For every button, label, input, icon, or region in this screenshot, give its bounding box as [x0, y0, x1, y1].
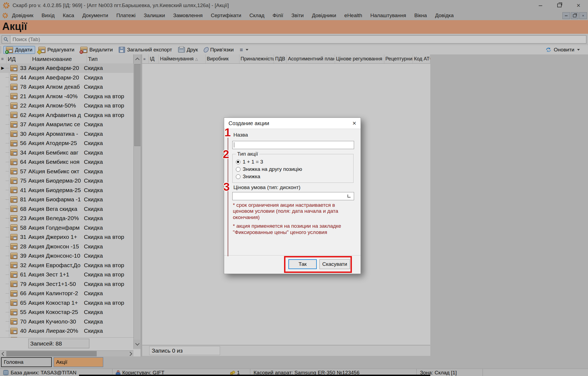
bindings-button[interactable]: Прив'язки — [201, 46, 236, 54]
scrollbar-thumb[interactable] — [6, 351, 97, 357]
table-row[interactable]: 55Акция Кокостар-25Скидка — [0, 307, 133, 317]
minimize-button[interactable] — [531, 0, 550, 11]
menu-item-Вікна[interactable]: Вікна — [414, 13, 427, 19]
radio-icon[interactable] — [236, 174, 240, 179]
radio-option[interactable]: Знижка — [236, 173, 260, 180]
scroll-up-button[interactable] — [134, 54, 141, 63]
menu-item-Документи[interactable]: Документи — [82, 13, 108, 19]
table-row[interactable]: 61Акция Зест 1+1Скидка на втор — [0, 270, 133, 279]
scroll-down-button[interactable] — [134, 340, 141, 349]
table-row[interactable]: 68Акция Вега скидкаСкидка — [0, 204, 133, 214]
menu-item-Довідники[interactable]: Довідники — [312, 13, 336, 19]
scroll-right-button[interactable] — [127, 351, 133, 357]
menu-item-Довідник[interactable]: Довідник — [12, 13, 33, 19]
name-field[interactable] — [232, 141, 354, 149]
table-row[interactable]: ▶33Акция Авефарм-20Скидка — [0, 63, 133, 73]
scroll-left-button[interactable] — [0, 351, 6, 357]
table-row[interactable]: 79Акция Зест1+1-50Скидка на втор — [0, 279, 133, 289]
table-row[interactable]: 78Акция Алком декабСкидка — [0, 82, 133, 92]
menu-item-Склад[interactable]: Склад — [249, 13, 264, 19]
refresh-button-label: Оновити — [554, 47, 574, 53]
menu-item-Каса[interactable]: Каса — [63, 13, 74, 19]
table-row[interactable]: 39Акция Джонсонс-10Скидка — [0, 251, 133, 261]
table-row[interactable]: 62Акция Алфавитна дСкидка на втор — [0, 110, 133, 120]
menu-item-Залишки[interactable]: Залишки — [144, 13, 165, 19]
tree-connector — [6, 181, 9, 181]
column-header[interactable]: Цінове регулювання — [335, 54, 384, 63]
column-header[interactable]: Асортиментний план — [287, 54, 335, 63]
tab-promotions[interactable]: Акції — [54, 357, 103, 367]
tab-main[interactable]: Головна — [1, 357, 52, 367]
table-row[interactable]: 64Акция Бембикс нояСкидка — [0, 157, 133, 167]
table-row[interactable]: 66Акция Калинторг-2Скидка — [0, 289, 133, 298]
cell-name: Акция Кокостар 1+ — [28, 300, 84, 306]
table-row[interactable]: 58Акция ГолденфармСкидка — [0, 223, 133, 233]
add-button[interactable]: Додати — [3, 46, 35, 54]
record-position: Запись 0 из — [149, 346, 220, 355]
cell-type: Скидка — [84, 121, 131, 128]
close-button[interactable]: × — [569, 0, 588, 11]
menu-item-Філії[interactable]: Філії — [273, 13, 283, 19]
column-header[interactable]: Наименование — [31, 54, 87, 63]
export-button[interactable]: Загальний експорт — [116, 46, 175, 54]
menu-item-Вихід[interactable]: Вихід — [41, 13, 54, 19]
mdi-close-button[interactable]: × — [579, 12, 587, 19]
table-row[interactable]: 21Акция Алком -40%Скидка на втор — [0, 92, 133, 101]
column-chooser-icon[interactable]: ≡ — [0, 54, 7, 63]
dialog-close-button[interactable]: × — [348, 118, 361, 129]
table-row[interactable]: 57АКция Бембикс октСкидка — [0, 167, 133, 176]
menu-item-Налаштування[interactable]: Налаштування — [370, 13, 406, 19]
scrollbar-thumb[interactable] — [134, 64, 141, 146]
restore-button[interactable] — [550, 0, 569, 11]
table-row[interactable]: 81Акция Биофарма -1Скидка — [0, 195, 133, 204]
search-input[interactable] — [10, 36, 586, 43]
print-button[interactable]: Друк — [175, 46, 201, 54]
table-row[interactable]: 40Акция Лиерак-20%Скидка — [0, 326, 133, 336]
mdi-restore-button[interactable] — [571, 12, 578, 19]
table-row[interactable]: 70Акция Кучиоло-30Скидка — [0, 317, 133, 326]
table-row[interactable]: 65Акция Кокостар 1+Скидка на втор — [0, 298, 133, 308]
column-header[interactable]: ПДВ — [274, 54, 287, 63]
table-row[interactable]: 28Акция Джонсон -15Скидка — [0, 242, 133, 251]
column-header[interactable]: Найменування△ — [159, 54, 206, 63]
mdi-minimize-button[interactable] — [562, 12, 570, 19]
column-header[interactable]: Тип — [87, 54, 133, 63]
column-header[interactable]: Код АТС — [413, 54, 430, 63]
column-header[interactable]: Приналежність — [239, 54, 274, 63]
list-options-button[interactable]: ≡ — [237, 46, 251, 53]
search-button[interactable] — [2, 36, 10, 43]
menu-item-eHealth[interactable]: eHealth — [344, 13, 362, 19]
radio-selected-icon[interactable] — [236, 160, 240, 164]
table-row[interactable]: 75Акция Биодерма-20Скидка — [0, 176, 133, 186]
vertical-scrollbar[interactable] — [133, 54, 141, 349]
column-header[interactable]: ІД — [149, 54, 159, 63]
column-header[interactable]: Виробник — [206, 54, 239, 63]
table-row[interactable]: 22Акция Алком-50%Скидка на втор — [0, 101, 133, 110]
menu-item-Платежі[interactable]: Платежі — [116, 13, 136, 19]
price-condition-select[interactable] — [232, 192, 354, 200]
table-row[interactable]: 56Акция Атодерм-25Скидка — [0, 138, 133, 148]
table-row[interactable]: 44Акция Авефарм-20Скидка — [0, 73, 133, 82]
radio-option[interactable]: 1 + 1 = 3 — [236, 159, 263, 165]
cell-type: Скидка — [84, 252, 131, 259]
tree-connector — [6, 143, 9, 143]
menu-item-Довідка[interactable]: Довідка — [435, 13, 453, 19]
menu-item-Звіти[interactable]: Звіти — [291, 13, 304, 19]
menu-item-Замовлення[interactable]: Замовлення — [173, 13, 203, 19]
radio-icon[interactable] — [236, 167, 240, 172]
column-header[interactable]: Рецептурний — [384, 54, 413, 63]
column-chooser-icon[interactable]: ≡ — [142, 54, 149, 63]
edit-button[interactable]: Редагувати — [36, 46, 77, 54]
radio-option[interactable]: Знижка на другу позицію — [236, 166, 302, 172]
delete-button[interactable]: Видалити — [78, 46, 115, 54]
table-row[interactable]: 32Акция Еврофаст,ДоСкидка на втор — [0, 261, 133, 270]
table-row[interactable]: 31Акция Джерихо 1+Скидка на втор — [0, 232, 133, 242]
table-row[interactable]: 23Акция Веледа-20%Скидка — [0, 214, 133, 223]
column-header[interactable]: ИД — [7, 54, 31, 63]
table-row[interactable]: 37Акция Амарилис сеСкидка — [0, 120, 133, 129]
menu-item-Сертифікати[interactable]: Сертифікати — [211, 13, 241, 19]
refresh-button[interactable]: Оновити — [545, 45, 580, 54]
table-row[interactable]: 30Акция Ароматика -Скидка — [0, 129, 133, 139]
table-row[interactable]: 34Акция Бембикс авгСкидка — [0, 148, 133, 158]
table-row[interactable]: 41Акция Биодерма-25Скидка — [0, 186, 133, 195]
